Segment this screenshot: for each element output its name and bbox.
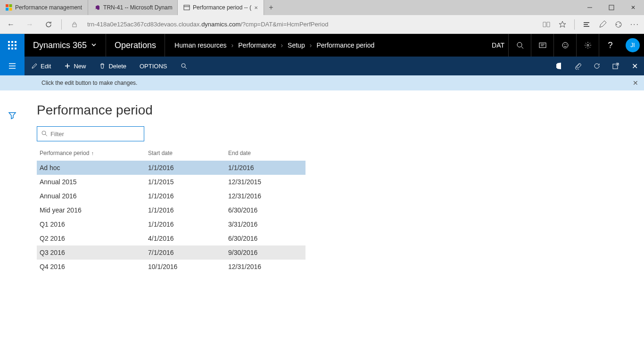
favorite-icon[interactable] bbox=[558, 20, 567, 29]
column-header[interactable]: Performance period↑ bbox=[37, 146, 145, 161]
plus-icon bbox=[64, 63, 71, 69]
find-button[interactable] bbox=[174, 57, 194, 75]
more-icon[interactable]: ··· bbox=[630, 20, 639, 29]
share-icon[interactable] bbox=[614, 20, 623, 29]
reading-view-icon[interactable] bbox=[542, 20, 551, 29]
navigation-toggle[interactable] bbox=[0, 57, 25, 75]
table-row[interactable]: Ad hoc1/1/20161/1/2016 bbox=[37, 161, 305, 175]
brand-dropdown[interactable]: Dynamics 365 bbox=[25, 34, 106, 57]
message-bar: Click the edit button to make changes. ✕ bbox=[0, 75, 644, 90]
cell-start: 1/1/2015 bbox=[145, 175, 225, 189]
options-button[interactable]: OPTIONS bbox=[133, 57, 174, 75]
svg-rect-22 bbox=[8, 48, 10, 49]
sort-asc-icon: ↑ bbox=[91, 150, 94, 156]
filter-input-wrapper[interactable] bbox=[37, 126, 144, 141]
cell-end: 12/31/2015 bbox=[225, 175, 305, 189]
svg-line-40 bbox=[185, 67, 187, 69]
cell-start: 1/1/2016 bbox=[145, 189, 225, 203]
svg-point-32 bbox=[566, 44, 567, 45]
svg-rect-19 bbox=[8, 44, 10, 46]
messages-button[interactable] bbox=[531, 34, 553, 57]
help-button[interactable]: ? bbox=[599, 34, 621, 57]
breadcrumb-item[interactable]: Human resources bbox=[174, 41, 227, 49]
back-button[interactable]: ← bbox=[5, 18, 17, 31]
svg-rect-16 bbox=[8, 41, 10, 43]
chevron-down-icon bbox=[91, 41, 97, 50]
company-button[interactable]: DAT bbox=[488, 34, 508, 57]
svg-rect-24 bbox=[15, 48, 17, 49]
new-button[interactable]: New bbox=[58, 57, 92, 75]
app-launcher[interactable] bbox=[0, 34, 25, 57]
new-tab-button[interactable]: + bbox=[264, 3, 278, 12]
svg-rect-8 bbox=[73, 24, 76, 27]
cell-start: 10/1/2016 bbox=[145, 260, 225, 274]
cell-start: 1/1/2016 bbox=[145, 217, 225, 231]
table-row[interactable]: Q1 20161/1/20163/31/2016 bbox=[37, 217, 305, 231]
delete-button[interactable]: Delete bbox=[92, 57, 133, 75]
browser-tab[interactable]: Performance management bbox=[0, 0, 88, 15]
global-nav: Dynamics 365 Operations Human resources … bbox=[0, 34, 644, 57]
forward-button[interactable]: → bbox=[24, 18, 36, 31]
cell-period: Mid year 2016 bbox=[37, 203, 145, 217]
column-header[interactable]: Start date bbox=[145, 146, 225, 161]
hub-icon[interactable] bbox=[582, 20, 591, 29]
page-content: Performance period Performance period↑ S… bbox=[25, 90, 644, 343]
svg-rect-0 bbox=[6, 4, 8, 7]
settings-button[interactable] bbox=[576, 34, 599, 57]
cell-period: Q1 2016 bbox=[37, 217, 145, 231]
minimize-button[interactable] bbox=[579, 0, 601, 15]
svg-rect-17 bbox=[11, 41, 13, 43]
refresh-button[interactable] bbox=[42, 18, 55, 31]
filter-pane-button[interactable] bbox=[8, 111, 17, 121]
close-page-button[interactable]: ✕ bbox=[625, 62, 644, 71]
breadcrumb-item: Performance period bbox=[316, 41, 374, 49]
table-row[interactable]: Mid year 20161/1/20166/30/2016 bbox=[37, 203, 305, 217]
cell-period: Annual 2016 bbox=[37, 189, 145, 203]
cell-end: 1/1/2016 bbox=[225, 161, 305, 175]
url-text[interactable]: trn-418a0e125ac367cd83devaos.cloudax.dyn… bbox=[87, 21, 536, 28]
office-button[interactable] bbox=[550, 62, 569, 71]
browser-tab[interactable]: Performance period -- ( ✕ bbox=[178, 0, 264, 15]
smiley-button[interactable] bbox=[553, 34, 576, 57]
table-row[interactable]: Q4 201610/1/201612/31/2016 bbox=[37, 260, 305, 274]
tab-label: Performance period -- ( bbox=[193, 4, 251, 11]
table-row[interactable]: Annual 20161/1/201612/31/2016 bbox=[37, 189, 305, 203]
table-row[interactable]: Q3 20167/1/20169/30/2016 bbox=[37, 245, 305, 260]
svg-rect-21 bbox=[15, 44, 17, 46]
svg-point-15 bbox=[619, 25, 620, 26]
cell-end: 3/31/2016 bbox=[225, 217, 305, 231]
notes-icon[interactable] bbox=[598, 20, 607, 29]
ms-logo-icon bbox=[6, 4, 12, 11]
search-button[interactable] bbox=[508, 34, 531, 57]
left-rail bbox=[0, 90, 25, 343]
table-row[interactable]: Annual 20151/1/201512/31/2015 bbox=[37, 175, 305, 189]
close-window-button[interactable]: ✕ bbox=[622, 0, 644, 15]
table-row[interactable]: Q2 20164/1/20166/30/2016 bbox=[37, 231, 305, 245]
browser-tab[interactable]: TRN-41 -- Microsoft Dynam bbox=[88, 0, 178, 15]
svg-rect-7 bbox=[609, 5, 614, 10]
filter-input[interactable] bbox=[50, 131, 140, 138]
popout-button[interactable] bbox=[606, 62, 625, 71]
svg-rect-23 bbox=[11, 48, 13, 49]
address-bar: ← → trn-418a0e125ac367cd83devaos.cloudax… bbox=[0, 15, 644, 34]
cell-period: Q2 2016 bbox=[37, 231, 145, 245]
edit-button[interactable]: Edit bbox=[25, 57, 58, 75]
column-header[interactable]: End date bbox=[225, 146, 305, 161]
cell-start: 7/1/2016 bbox=[145, 245, 225, 260]
breadcrumb: Human resources › Performance › Setup › … bbox=[165, 41, 384, 49]
window-controls: ✕ bbox=[579, 0, 644, 15]
user-avatar[interactable]: JI bbox=[621, 34, 644, 57]
maximize-button[interactable] bbox=[601, 0, 622, 15]
attach-button[interactable] bbox=[569, 62, 587, 71]
close-message-button[interactable]: ✕ bbox=[633, 79, 638, 87]
close-tab-icon[interactable]: ✕ bbox=[254, 5, 258, 10]
grid: Performance period↑ Start date End date … bbox=[37, 146, 305, 274]
browser-tab-strip: Performance management TRN-41 -- Microso… bbox=[0, 0, 644, 15]
breadcrumb-item[interactable]: Setup bbox=[288, 41, 305, 49]
message-text: Click the edit button to make changes. bbox=[41, 80, 137, 86]
refresh-page-button[interactable] bbox=[587, 62, 606, 71]
breadcrumb-item[interactable]: Performance bbox=[238, 41, 276, 49]
svg-line-43 bbox=[45, 134, 47, 136]
cell-start: 4/1/2016 bbox=[145, 231, 225, 245]
workspace-label[interactable]: Operations bbox=[106, 34, 165, 57]
